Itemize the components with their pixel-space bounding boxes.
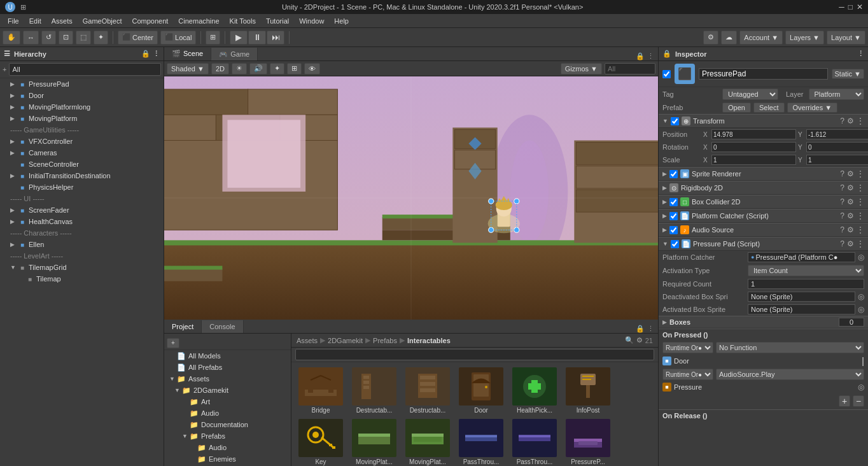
sprite-renderer-header[interactable]: ▶ ▣ Sprite Renderer ? ⚙ ⋮ [659,167,868,181]
boxcollider2d-menu[interactable]: ⋮ [857,197,864,206]
audio-source-header[interactable]: ▶ ♪ Audio Source ? ⚙ ⋮ [659,223,868,237]
hierarchy-item-vfxcontroller[interactable]: ▶ ■ VFXController [0,136,164,147]
breadcrumb-assets[interactable]: Assets [297,337,318,344]
scene-panel-menu[interactable]: ⋮ [647,52,654,60]
hierarchy-item-initialtransition[interactable]: ▶ ■ InitialTransitionDestination [0,170,164,181]
gameobject-active-checkbox[interactable] [662,70,671,78]
menu-file[interactable]: File [3,16,24,26]
asset-infopost[interactable]: InfoPost [563,366,613,415]
rigidbody2d-question[interactable]: ? [840,183,844,192]
boxes-count-input[interactable] [839,318,864,327]
menu-tutorial[interactable]: Tutorial [261,16,294,26]
gizmos-button[interactable]: Gizmos ▼ [561,63,602,74]
pt-all-prefabs[interactable]: 📄 All Prefabs [164,362,291,373]
cloud-button[interactable]: ☁ [721,31,737,45]
deactivated-sprite-field[interactable]: None (Sprite) [748,292,855,302]
project-panel-lock[interactable]: 🔒 [636,325,645,333]
pressure-pad-menu[interactable]: ⋮ [857,239,864,248]
pressure-pad-header[interactable]: ▼ 📄 Pressure Pad (Script) ? ⚙ ⋮ [659,237,868,251]
function-select-1[interactable]: No Function [716,342,864,353]
tag-select[interactable]: Untagged [722,88,778,100]
menu-kittools[interactable]: Kit Tools [225,16,261,26]
hierarchy-item-cameras[interactable]: ▶ ■ Cameras [0,147,164,159]
rect-tool[interactable]: ⬚ [76,31,91,45]
hierarchy-search-input[interactable] [9,63,161,76]
scale-x[interactable] [711,155,796,165]
account-button[interactable]: Account ▼ [739,31,783,45]
scene-mode-btn[interactable]: ⊞ [287,63,302,74]
rigidbody2d-settings[interactable]: ⚙ [847,183,854,192]
assets-search-input[interactable] [295,349,654,360]
project-panel-menu[interactable]: ⋮ [647,325,654,333]
audio-source-question[interactable]: ? [840,225,844,234]
pt-audio2[interactable]: 📁 Audio [164,442,291,453]
audio-source-settings[interactable]: ⚙ [847,225,854,234]
add-event-button[interactable]: + [839,395,850,407]
asset-passthrou2[interactable]: PassThrou... [509,418,560,466]
rotate-tool[interactable]: ↺ [41,31,56,45]
move-tool[interactable]: ↔ [23,31,39,45]
menu-gameobject[interactable]: GameObject [78,16,127,26]
rotation-x[interactable] [711,142,796,152]
unknown-btn[interactable]: ⊞ [206,31,220,45]
play-button[interactable]: ▶ [230,31,248,45]
menu-help[interactable]: Help [329,16,354,26]
asset-passthrou1[interactable]: PassThrou... [456,418,507,466]
deactivated-sprite-target-btn[interactable]: ◎ [858,292,864,301]
boxcollider2d-settings[interactable]: ⚙ [847,197,854,206]
fx-button[interactable]: ✦ [270,63,284,74]
hierarchy-item-scenecontroller[interactable]: ■ SceneController [0,159,164,170]
activated-sprite-target-btn[interactable]: ◎ [858,305,864,314]
asset-pressurepad[interactable]: PressureP... [563,418,613,466]
asset-bridge[interactable]: Bridge [295,366,346,415]
sprite-renderer-menu[interactable]: ⋮ [857,169,864,178]
breadcrumb-prefabs[interactable]: Prefabs [373,337,397,344]
transform-menu-btn[interactable]: ⋮ [857,117,864,125]
rigidbody2d-header[interactable]: ▶ ⊙ Rigidbody 2D ? ⚙ ⋮ [659,181,868,195]
sprite-renderer-enabled[interactable] [669,170,678,178]
platform-catcher-object-field[interactable]: ● PressurePad (Platform C● [748,252,855,262]
inspector-lock-icon[interactable]: 🔒 [662,50,671,58]
runtime-select-1[interactable]: Runtime Or● [662,342,713,353]
audio-button[interactable]: 🔊 [249,63,267,74]
sprite-renderer-settings[interactable]: ⚙ [847,169,854,178]
2d-button[interactable]: 2D [211,63,229,74]
tab-console[interactable]: Console [202,320,243,333]
breadcrumb-2dgamekit[interactable]: 2DGamekit [328,337,363,344]
assets-settings-icon[interactable]: ⚙ [636,336,643,344]
asset-movingplat1[interactable]: MovingPlat... [349,418,400,466]
asset-destructable1[interactable]: Destructab... [349,366,400,415]
position-x[interactable] [711,129,796,139]
hierarchy-item-healthcanvas[interactable]: ▶ ■ HealthCanvas [0,216,164,227]
position-y[interactable] [806,129,868,139]
required-count-input[interactable] [748,279,864,289]
hierarchy-item-pressurepad[interactable]: ▶ ■ PressurePad [0,78,164,90]
scene-panel-lock[interactable]: 🔒 [636,52,645,60]
layer-select[interactable]: Platform [809,88,865,100]
pressure-pad-question[interactable]: ? [840,239,844,248]
hidden-obj-btn[interactable]: 👁 [304,63,320,74]
function-select-2[interactable]: AudioSource.Play [716,369,864,380]
tab-scene[interactable]: 🎬 Scene [164,48,211,60]
transform-header[interactable]: ▼ ⊕ Transform ? ⚙ ⋮ [659,114,868,128]
asset-healthpickup[interactable]: HealthPick... [509,366,560,415]
transform-question-btn[interactable]: ? [840,117,844,125]
space-button[interactable]: ⬛ Local [160,31,196,45]
project-add-button[interactable]: + [167,338,179,348]
activated-sprite-field[interactable]: None (Sprite) [748,304,855,314]
hierarchy-item-movingplatformlong[interactable]: ▶ ■ MovingPlatformlong [0,101,164,113]
scene-view[interactable] [164,76,658,320]
scale-y[interactable] [806,155,868,165]
pt-audio[interactable]: 📁 Audio [164,407,291,419]
remove-event-button[interactable]: − [853,395,864,407]
layers-button[interactable]: Layers ▼ [785,31,824,45]
tab-game[interactable]: 🎮 Game [211,48,258,60]
hierarchy-item-tilemapgrid[interactable]: ▼ ■ TilemapGrid [0,262,164,273]
breadcrumb-interactables[interactable]: Interactables [407,337,451,344]
tab-project[interactable]: Project [164,320,202,333]
menu-cinemachine[interactable]: Cinemachine [173,16,224,26]
pivot-button[interactable]: ⬛ Center [118,31,158,45]
boxcollider2d-header[interactable]: ▶ □ Box Collider 2D ? ⚙ ⋮ [659,195,868,209]
sprite-renderer-question[interactable]: ? [840,169,844,178]
scale-tool[interactable]: ⊡ [59,31,73,45]
